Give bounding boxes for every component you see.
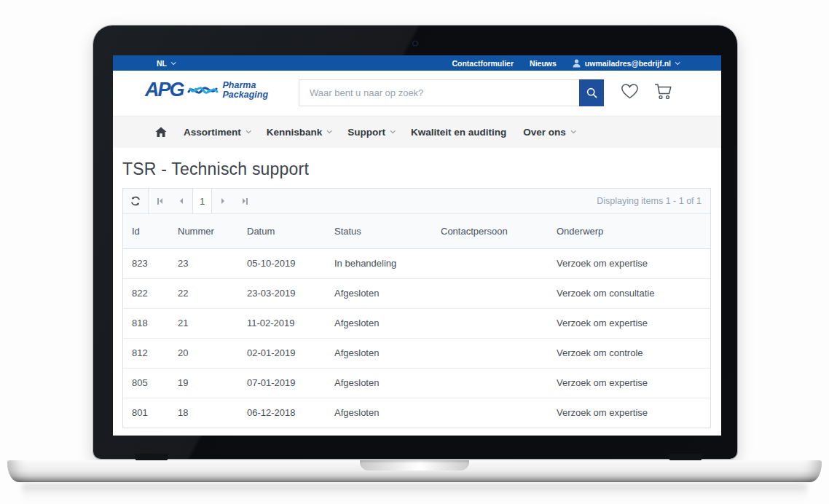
cell-nummer: 22 [170,278,240,308]
search-input[interactable] [299,79,579,106]
column-header-nummer[interactable]: Nummer [170,214,240,248]
topbar-link-contactformulier[interactable]: Contactformulier [452,59,514,68]
cell-id: 823 [123,248,170,278]
table-row[interactable]: 818 21 11-02-2019 Afgesloten Verzoek om … [123,308,710,338]
cell-contactpersoon [433,278,549,308]
pager-current-page[interactable]: 1 [192,189,212,213]
page-title: TSR - Technisch support [122,160,712,179]
refresh-button[interactable] [123,189,148,213]
table-row[interactable]: 805 19 07-01-2019 Afgesloten Verzoek om … [123,368,710,398]
language-selector[interactable]: NL [157,59,175,68]
cell-nummer: 19 [170,368,240,398]
cell-id: 801 [123,398,170,428]
search-button[interactable] [579,79,604,106]
pager-prev-icon [180,198,183,204]
tickets-table: Id Nummer Datum Status Contactpersoon On… [123,214,710,428]
account-menu[interactable]: uwmailadres@bedrijf.nl [573,59,679,68]
cell-status: Afgesloten [327,398,433,428]
topbar-link-nieuws[interactable]: Nieuws [530,59,557,68]
search-icon [586,87,597,98]
pager-next-button[interactable] [212,189,234,213]
column-header-contactpersoon[interactable]: Contactpersoon [433,214,549,248]
cell-datum: 11-02-2019 [240,308,327,338]
search-bar [299,79,604,106]
cell-id: 812 [123,338,170,368]
pager-next-icon [221,198,224,204]
table-header-row: Id Nummer Datum Status Contactpersoon On… [123,214,710,248]
logo-tagline-line2: Packaging [223,90,269,100]
dna-logo-icon [187,80,219,101]
grid-toolbar: 1 Displaying items 1 - 1 of 1 [123,189,710,214]
cell-datum: 07-01-2019 [240,368,327,398]
chevron-down-icon [675,60,680,65]
nav-item-support[interactable]: Support [347,127,394,138]
language-label: NL [157,59,167,68]
laptop-frame: NL Contactformulier Nieuws uwmailadres@b… [93,25,737,459]
cell-datum: 02-01-2019 [240,338,327,368]
nav-label: Kwaliteit en auditing [411,127,506,138]
chevron-down-icon [245,128,251,133]
pager-first-button[interactable] [149,189,170,213]
cell-onderwerp: Verzoek om expertise [549,308,710,338]
column-header-datum[interactable]: Datum [240,214,327,248]
nav-home[interactable] [155,127,167,138]
cell-nummer: 23 [170,248,240,278]
laptop-reflection [22,484,807,503]
cell-status: In behandeling [327,248,433,278]
wishlist-button[interactable] [621,83,639,100]
cell-datum: 05-10-2019 [240,248,327,278]
nav-item-kwaliteit-en-auditing[interactable]: Kwaliteit en auditing [411,127,506,138]
nav-item-over-ons[interactable]: Over ons [523,127,575,138]
chevron-down-icon [571,128,576,133]
cell-id: 805 [123,368,170,398]
site-logo[interactable]: APG Pharma Packaging [145,79,268,101]
pager-last-icon [243,198,245,204]
pager-status-text: Displaying items 1 - 1 of 1 [256,189,710,213]
cell-onderwerp: Verzoek om expertise [549,248,710,278]
cell-contactpersoon [433,368,549,398]
pager-prev-button[interactable] [170,189,192,213]
laptop-screen: NL Contactformulier Nieuws uwmailadres@b… [113,55,721,436]
nav-label: Support [347,127,385,138]
nav-item-assortiment[interactable]: Assortiment [184,127,250,138]
nav-label: Assortiment [184,127,241,138]
main-navigation: Assortiment Kennisbank Support Kwaliteit… [113,116,721,148]
cart-icon [653,83,673,101]
table-row[interactable]: 801 18 06-12-2018 Afgesloten Verzoek om … [123,398,710,428]
pager-last-icon [246,198,248,205]
cell-status: Afgesloten [327,338,433,368]
cell-nummer: 18 [170,398,240,428]
cell-id: 822 [123,278,170,308]
cell-id: 818 [123,308,170,338]
cell-onderwerp: Verzoek om consultatie [549,278,710,308]
laptop-base [7,460,822,482]
table-row[interactable]: 822 22 23-03-2019 Afgesloten Verzoek om … [123,278,710,308]
pager-first-icon [160,198,162,204]
cell-onderwerp: Verzoek om expertise [549,398,710,428]
cell-nummer: 21 [170,308,240,338]
column-header-onderwerp[interactable]: Onderwerp [549,214,710,248]
user-icon [573,59,581,68]
site-header: APG Pharma Packaging [113,71,721,116]
logo-tagline-line1: Pharma [223,80,256,90]
cart-button[interactable] [653,83,673,101]
table-row[interactable]: 823 23 05-10-2019 In behandeling Verzoek… [123,248,710,278]
cell-nummer: 20 [170,338,240,368]
column-header-id[interactable]: Id [123,214,170,248]
nav-item-kennisbank[interactable]: Kennisbank [267,127,331,138]
top-utility-bar: NL Contactformulier Nieuws uwmailadres@b… [113,55,721,71]
cell-datum: 23-03-2019 [240,278,327,308]
pager-last-button[interactable] [234,189,256,213]
heart-icon [621,83,639,100]
table-row[interactable]: 812 20 02-01-2019 Afgesloten Verzoek om … [123,338,710,368]
support-tickets-grid: 1 Displaying items 1 - 1 of 1 [122,188,711,428]
pager: 1 [149,189,256,213]
cell-status: Afgesloten [327,368,433,398]
cell-contactpersoon [433,338,549,368]
cell-contactpersoon [433,248,549,278]
column-header-status[interactable]: Status [327,214,433,248]
webcam-icon [413,41,418,46]
cell-datum: 06-12-2018 [240,398,327,428]
nav-label: Kennisbank [267,127,323,138]
nav-label: Over ons [523,127,566,138]
